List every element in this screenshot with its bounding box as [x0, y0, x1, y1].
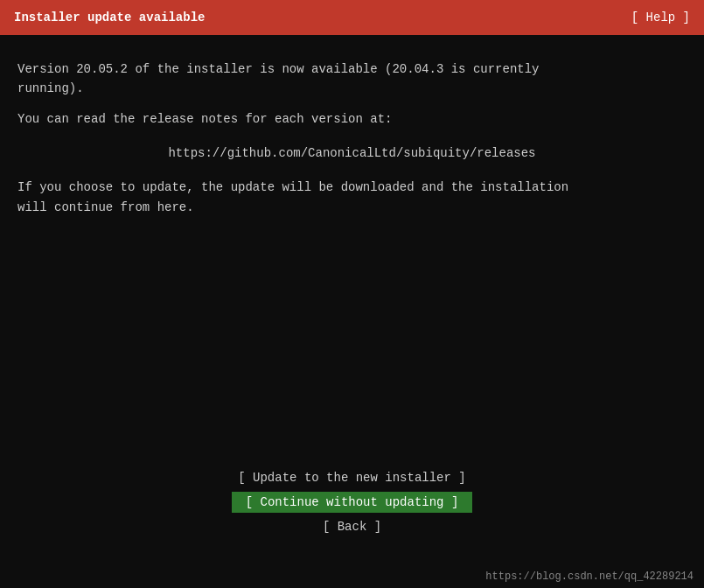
top-bar-title: Installer update available: [14, 10, 205, 24]
help-button[interactable]: [ Help ]: [631, 10, 690, 24]
version-paragraph: Version 20.05.2 of the installer is now …: [17, 60, 687, 99]
continue-without-updating-button[interactable]: [ Continue without updating ]: [232, 492, 473, 513]
top-bar: Installer update available [ Help ]: [0, 0, 704, 35]
release-notes-intro: You can read the release notes for each …: [17, 109, 687, 129]
back-button[interactable]: [ Back ]: [239, 516, 466, 537]
release-notes-link: https://github.com/CanonicalLtd/subiquit…: [17, 146, 687, 160]
content-area: Version 20.05.2 of the installer is now …: [0, 35, 704, 588]
update-description: If you choose to update, the update will…: [17, 178, 687, 217]
buttons-area: [ Update to the new installer ] [ Contin…: [17, 466, 687, 574]
update-button[interactable]: [ Update to the new installer ]: [224, 467, 479, 488]
footer-url: https://blog.csdn.net/qq_42289214: [475, 565, 704, 588]
screen: Installer update available [ Help ] Vers…: [0, 0, 704, 588]
